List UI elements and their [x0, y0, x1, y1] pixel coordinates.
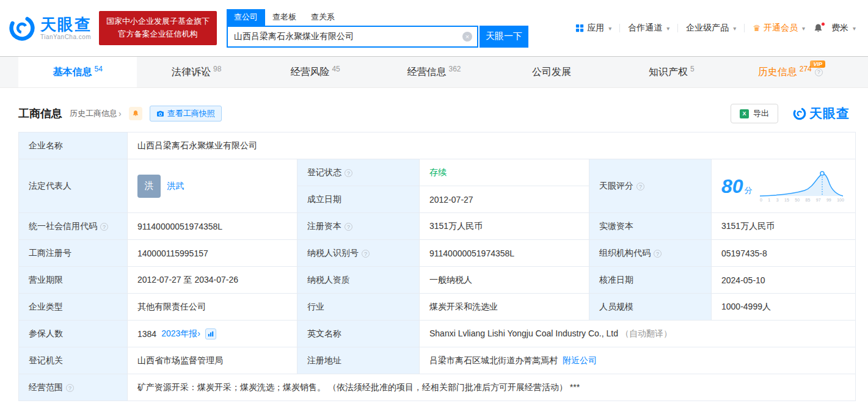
view-business-snapshot-button[interactable]: 查看工商快照 — [150, 106, 222, 121]
business-info-table: 企业名称 山西吕梁离石永聚煤业有限公司 法定代表人 洪 洪武 登记状态? 存续 … — [18, 132, 856, 401]
logo-domain-text: TianYanCha.com — [40, 34, 92, 40]
caret-down-icon: ▾ — [733, 25, 736, 32]
industry-value-cell: 煤炭开采和洗选业 — [420, 294, 589, 321]
nav-partner-label: 合作通道 — [628, 23, 662, 34]
nav-separator — [677, 24, 678, 32]
company-type-label-cell: 企业类型 — [19, 294, 128, 321]
search-button[interactable]: 天眼一下 — [480, 26, 528, 48]
field-label: 纳税人资质 — [307, 275, 350, 285]
export-button[interactable]: X 导出 — [731, 104, 778, 123]
approval-date-value-cell: 2024-05-10 — [712, 267, 856, 294]
annual-report-link[interactable]: 2023年报› — [161, 328, 200, 339]
tianyancha-logo[interactable]: 天眼查 TianYanCha.com — [9, 15, 92, 42]
field-label: 天眼评分 — [599, 181, 633, 190]
question-icon[interactable]: ? — [636, 183, 644, 190]
field-label: 企业类型 — [29, 302, 63, 311]
legal-rep-link[interactable]: 洪武 — [167, 181, 184, 192]
tab-operating-risk[interactable]: 经营风险 45 — [256, 57, 374, 87]
search-tabs: 查公司 查老板 查关系 — [227, 9, 528, 26]
nearby-companies-link[interactable]: 附近公司 — [563, 355, 597, 366]
tab-basic-info[interactable]: 基本信息 54 — [18, 57, 137, 87]
english-name-value-cell: Shanxi Lvliang Lishi Yongju Coal Industr… — [420, 321, 856, 347]
taxpayer-id-value-cell: 91140000051974358L — [420, 240, 589, 267]
nav-open-vip[interactable]: ♛ 开通会员 ▾ — [753, 23, 805, 34]
notification-bell[interactable] — [813, 23, 823, 34]
tab-label: 知识产权 — [649, 66, 688, 79]
caret-down-icon: ▾ — [608, 25, 611, 32]
tab-label: 法律诉讼 — [172, 66, 211, 79]
org-code-value-cell: 05197435-8 — [712, 240, 856, 267]
vip-badge: VIP — [810, 60, 825, 68]
gov-badge-line2: 官方备案企业征信机构 — [106, 28, 210, 41]
tianyancha-logo-icon — [793, 107, 806, 120]
company-section-tabs: 基本信息 54 法律诉讼 98 经营风险 45 经营信息 362 公司发展 知识… — [0, 56, 868, 88]
gov-badge-line1: 国家中小企业发展子基金旗下 — [106, 15, 210, 28]
address-value: 吕梁市离石区城北街道办菁蒿焉村 — [429, 355, 558, 366]
question-icon[interactable]: ? — [345, 169, 352, 177]
nav-enterprise-products[interactable]: 企业级产品 ▾ — [686, 23, 736, 34]
field-label: 登记状态 — [307, 167, 341, 177]
search-input[interactable] — [227, 26, 478, 48]
tab-legal-proceedings[interactable]: 法律诉讼 98 — [137, 57, 255, 87]
tab-history-info[interactable]: VIP 历史信息 274 ? — [731, 57, 850, 87]
notification-dot — [821, 22, 825, 26]
clear-icon[interactable]: × — [462, 32, 472, 42]
field-value: 140000115995157 — [137, 248, 208, 258]
tab-intellectual-property[interactable]: 知识产权 5 — [612, 57, 731, 87]
business-scope-value-cell: 矿产资源开采：煤炭开采；煤炭洗选；煤炭销售。 （依法须经批准的项目，经相关部门批… — [128, 374, 856, 401]
tianyancha-watermark: 天眼查 — [793, 105, 850, 122]
insured-trend-chart-button[interactable] — [205, 328, 216, 339]
question-icon[interactable]: ? — [815, 68, 823, 76]
search-tab-boss[interactable]: 查老板 — [265, 9, 304, 26]
nav-apps[interactable]: 应用 ▾ — [575, 23, 611, 34]
field-value: 其他有限责任公司 — [137, 302, 206, 311]
field-value: 一般纳税人 — [429, 275, 472, 285]
question-icon[interactable]: ? — [362, 250, 370, 258]
tab-business-info[interactable]: 经营信息 362 — [374, 57, 493, 87]
field-label: 人员规模 — [599, 302, 633, 311]
field-label: 统一社会信用代码 — [29, 221, 97, 231]
bell-icon — [132, 110, 139, 117]
status-badge: 存续 — [429, 167, 447, 177]
question-icon[interactable]: ? — [100, 223, 108, 231]
question-icon[interactable]: ? — [66, 384, 74, 392]
staff-size-label-cell: 人员规模 — [589, 294, 712, 321]
history-business-info-link[interactable]: 历史工商信息 › — [70, 108, 122, 119]
field-value: 1000-4999人 — [721, 302, 771, 311]
question-icon[interactable]: ? — [345, 223, 352, 231]
tab-count: 274 — [800, 65, 812, 73]
tab-count: 98 — [213, 65, 221, 73]
address-value-cell: 吕梁市离石区城北街道办菁蒿焉村 附近公司 — [420, 347, 856, 374]
export-button-label: 导出 — [753, 108, 769, 119]
field-label: 注册资本 — [307, 221, 341, 231]
english-name-label-cell: 英文名称 — [297, 321, 420, 347]
nav-user-menu[interactable]: 费米 ▾ — [831, 23, 856, 34]
establish-date-value-cell: 2012-07-27 — [420, 186, 589, 213]
question-icon[interactable]: ? — [654, 250, 662, 258]
excel-icon: X — [740, 109, 749, 118]
field-value: 2012-07-27 至 2034-07-26 — [137, 275, 238, 285]
tab-company-development[interactable]: 公司发展 — [494, 57, 612, 87]
legal-rep-avatar[interactable]: 洪 — [137, 175, 161, 198]
reg-number-label-cell: 工商注册号 — [19, 240, 128, 267]
company-type-value-cell: 其他有限责任公司 — [128, 294, 297, 321]
search-tab-relation[interactable]: 查关系 — [304, 9, 342, 26]
industry-label-cell: 行业 — [297, 294, 420, 321]
table-row: 统一社会信用代码? 91140000051974358L 注册资本? 3151万… — [19, 213, 856, 240]
tab-label: 经营风险 — [290, 66, 329, 79]
insured-count: 1384 — [137, 329, 156, 339]
table-row: 参保人数 1384 2023年报› 英文名称 Shanxi Lvliang Li… — [19, 321, 856, 347]
field-label: 实缴资本 — [599, 221, 633, 231]
business-scope-label-cell: 经营范围? — [19, 374, 128, 401]
top-nav: 应用 ▾ 合作通道 ▾ 企业级产品 ▾ ♛ 开通会员 ▾ 费米 ▾ — [575, 23, 856, 34]
reg-status-label-cell: 登记状态? — [297, 159, 420, 186]
tab-count: 362 — [448, 65, 461, 73]
snapshot-button-label: 查看工商快照 — [167, 108, 215, 119]
tab-count: 45 — [332, 65, 340, 73]
monitor-bell-button[interactable] — [129, 107, 142, 120]
nav-partner[interactable]: 合作通道 ▾ — [628, 23, 669, 34]
taxpayer-id-label-cell: 纳税人识别号? — [297, 240, 420, 267]
search-area: 查公司 查老板 查关系 × 天眼一下 — [227, 9, 528, 48]
company-name-value-cell: 山西吕梁离石永聚煤业有限公司 — [128, 132, 856, 159]
search-tab-company[interactable]: 查公司 — [227, 9, 265, 26]
